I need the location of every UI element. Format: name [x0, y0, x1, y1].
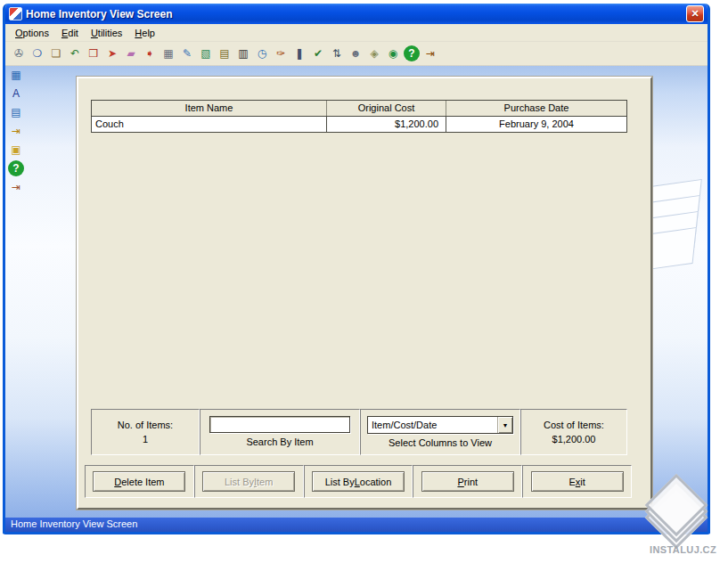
- menu-item-utilities[interactable]: Utilities: [85, 26, 128, 40]
- search-icon[interactable]: ❍: [29, 45, 45, 61]
- clock-icon[interactable]: ◷: [254, 45, 270, 61]
- list-by-item-button: List By Item: [202, 471, 295, 492]
- columns-panel: Item/Cost/Date ▼ Select Columns to View: [360, 409, 520, 455]
- table-row[interactable]: Couch $1,200.00 February 9, 2004: [92, 117, 626, 132]
- menu-item-help[interactable]: Help: [128, 26, 161, 40]
- building-icon[interactable]: ▦: [160, 45, 176, 61]
- list-icon[interactable]: ▤: [8, 104, 24, 120]
- edit-note-icon[interactable]: ✎: [179, 45, 195, 61]
- menubar: Options Edit Utilities Help: [5, 24, 708, 42]
- window-title: Home Inventory View Screen: [26, 8, 683, 20]
- delete-item-button[interactable]: Delete Item: [93, 471, 185, 492]
- status-bar: Home Inventory View Screen: [5, 518, 708, 532]
- books-icon[interactable]: ❒: [86, 45, 102, 61]
- app-window: Home Inventory View Screen ✕ Options Edi…: [3, 4, 710, 534]
- menu-item-edit[interactable]: Edit: [55, 26, 85, 40]
- cost-value: $1,200.00: [552, 434, 596, 445]
- sort-icon[interactable]: ⇅: [329, 45, 345, 61]
- header-cell-purchase-date: Purchase Date: [446, 101, 626, 116]
- search-label: Search By Item: [246, 436, 313, 447]
- sidebar-icons: ▦A▤⇥▣?⇥: [8, 67, 24, 195]
- items-count-label: No. of Items:: [118, 420, 173, 430]
- items-count-value: 1: [143, 434, 148, 445]
- search-input[interactable]: [209, 416, 350, 433]
- user-icon[interactable]: ☻: [348, 45, 364, 61]
- car-icon[interactable]: ➤: [104, 45, 120, 61]
- print-button[interactable]: Print: [421, 471, 514, 492]
- toolbar: ✇❍❏↶❒➤▰➧▦✎▧▤▥◷✑❚✔⇅☻◈◉?⇥: [5, 42, 708, 66]
- header-cell-original-cost: Original Cost: [327, 101, 446, 116]
- exit-button[interactable]: Exit: [531, 471, 624, 492]
- photo-icon[interactable]: ▣: [8, 142, 24, 158]
- undo-icon[interactable]: ↶: [67, 45, 83, 61]
- titlebar[interactable]: Home Inventory View Screen ✕: [5, 4, 708, 24]
- client-area: ▦A▤⇥▣?⇥ Item Name Original Cost Purchase…: [5, 66, 708, 518]
- dropdown-button[interactable]: ▼: [497, 417, 512, 433]
- cell-purchase-date: February 9, 2004: [446, 117, 626, 132]
- watermark-logo: [646, 481, 710, 545]
- door-icon[interactable]: ⇥: [8, 123, 24, 139]
- cell-original-cost: $1,200.00: [327, 117, 446, 132]
- close-icon: ✕: [691, 8, 699, 20]
- items-count-panel: No. of Items: 1: [91, 409, 200, 455]
- chevron-down-icon: ▼: [503, 422, 509, 428]
- globe-icon[interactable]: ◉: [385, 45, 401, 61]
- cost-label: Cost of Items:: [544, 420, 604, 430]
- columns-select[interactable]: Item/Cost/Date ▼: [367, 416, 513, 434]
- truck-icon[interactable]: ➧: [142, 45, 158, 61]
- screen: Home Inventory View Screen ✕ Options Edi…: [0, 0, 728, 571]
- list-by-location-button[interactable]: List By Location: [312, 471, 405, 492]
- main-panel: Item Name Original Cost Purchase Date Co…: [77, 77, 652, 510]
- stamp-icon[interactable]: ❏: [48, 45, 64, 61]
- cell-item-name: Couch: [92, 117, 327, 132]
- app-icon: [9, 7, 22, 20]
- help-icon[interactable]: ?: [404, 45, 420, 61]
- chart-icon[interactable]: ▧: [198, 45, 214, 61]
- status-text: Home Inventory View Screen: [11, 518, 137, 529]
- columns-label: Select Columns to View: [389, 437, 492, 448]
- inventory-table: Item Name Original Cost Purchase Date Co…: [91, 100, 627, 133]
- check-icon[interactable]: ✔: [310, 45, 326, 61]
- columns-selected-value: Item/Cost/Date: [368, 417, 497, 433]
- close-button[interactable]: ✕: [686, 5, 704, 22]
- grid-icon[interactable]: ▦: [8, 67, 24, 83]
- exit-icon[interactable]: ⇥: [422, 45, 438, 61]
- table-header: Item Name Original Cost Purchase Date: [92, 101, 626, 117]
- search-panel: Search By Item: [200, 409, 360, 455]
- barcode-icon[interactable]: ▥: [235, 45, 251, 61]
- notepad-icon[interactable]: ▤: [217, 45, 233, 61]
- header-cell-item-name: Item Name: [92, 101, 327, 116]
- buttons-bar: Delete Item List By Item List By Locatio…: [85, 465, 632, 498]
- help-icon[interactable]: ?: [8, 160, 24, 176]
- eraser-icon[interactable]: ▰: [123, 45, 139, 61]
- print-icon[interactable]: ✇: [11, 45, 27, 61]
- font-icon[interactable]: A: [8, 86, 24, 102]
- lock-icon[interactable]: ◈: [366, 45, 382, 61]
- watermark-text: INSTALUJ.CZ: [650, 544, 716, 555]
- menu-item-options[interactable]: Options: [9, 26, 55, 40]
- exit-icon[interactable]: ⇥: [8, 179, 24, 195]
- brush-icon[interactable]: ✑: [273, 45, 289, 61]
- columns-icon[interactable]: ❚: [291, 45, 307, 61]
- info-bar: No. of Items: 1 Search By Item Item/Cost…: [91, 409, 627, 455]
- cost-panel: Cost of Items: $1,200.00: [520, 409, 627, 455]
